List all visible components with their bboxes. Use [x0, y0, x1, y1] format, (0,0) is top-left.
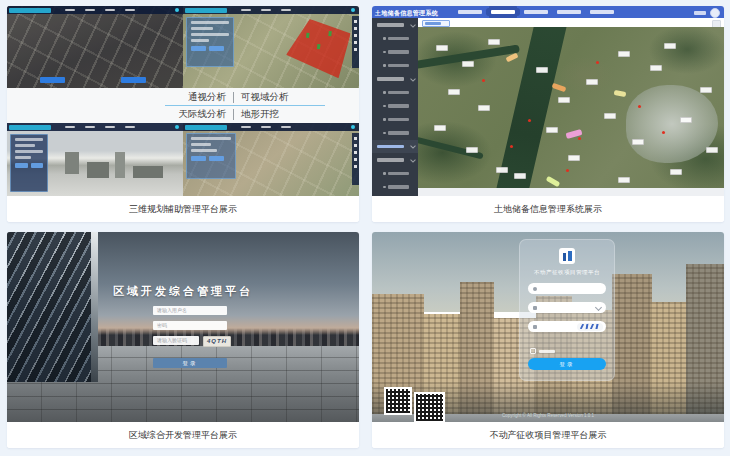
user-icon — [533, 287, 537, 291]
qr-code — [384, 387, 412, 415]
sidebar-item[interactable] — [372, 113, 418, 127]
quad-title-chip — [9, 8, 51, 13]
building-silhouette — [133, 166, 163, 178]
sidebar-item[interactable] — [372, 153, 418, 167]
menu-dash — [241, 126, 251, 128]
map-label-chip — [558, 97, 570, 103]
menu-dash — [65, 126, 75, 128]
map-label-chip — [462, 61, 474, 67]
sidebar-item[interactable] — [372, 18, 418, 32]
sidebar-item[interactable] — [372, 32, 418, 46]
nav-item[interactable] — [458, 10, 482, 14]
panel-button[interactable] — [191, 156, 206, 161]
building-silhouette — [87, 162, 109, 178]
map-label-chip — [448, 89, 460, 95]
excavation-panel[interactable] — [186, 133, 236, 179]
avatar[interactable] — [710, 8, 720, 18]
sidebar-item[interactable] — [372, 126, 418, 140]
chevron-down-icon — [595, 304, 602, 311]
analysis-button[interactable] — [121, 77, 146, 83]
header-user-text — [694, 11, 706, 15]
header-dot-icon — [175, 125, 179, 129]
layer-tag[interactable] — [422, 20, 450, 27]
map-label-chip — [618, 177, 630, 183]
captcha-image[interactable]: 4QTH — [203, 336, 231, 347]
sidebar-item[interactable] — [372, 72, 418, 86]
quad-title-chip — [9, 125, 51, 130]
app-header: 土地储备信息管理系统 — [372, 6, 724, 18]
panel-button[interactable] — [31, 163, 44, 168]
analysis-panel[interactable] — [186, 17, 234, 67]
menu-dash — [241, 9, 251, 11]
copyright-text: Copyright © All Rights Reserved Version … — [372, 413, 724, 418]
parcel-highlight — [614, 90, 627, 97]
map-label-chip — [496, 167, 508, 173]
caption-3d-planning: 三维规划辅助管理平台展示 — [7, 196, 359, 222]
header-dot-icon — [175, 8, 179, 12]
map-label-chip — [488, 39, 500, 45]
login-panel: 不动产征收项目管理平台 登录 — [519, 239, 615, 381]
sidebar-item[interactable] — [372, 59, 418, 73]
panel-row — [15, 156, 31, 159]
nav-item[interactable] — [590, 10, 614, 14]
nav-item[interactable] — [557, 10, 581, 14]
satellite-map[interactable] — [418, 27, 724, 188]
quad-title-chip — [185, 125, 227, 130]
login-title: 不动产征收项目管理平台 — [519, 269, 615, 276]
menu-dash — [65, 9, 75, 11]
captcha-input[interactable]: 请输入验证码 — [153, 336, 199, 345]
login-button[interactable]: 登录 — [528, 358, 606, 370]
panel-button[interactable] — [209, 156, 224, 161]
analysis-button[interactable] — [40, 77, 65, 83]
map-toolbar[interactable] — [352, 133, 359, 185]
map-point-marker — [528, 119, 531, 122]
panel-button[interactable] — [15, 163, 28, 168]
map-label-chip — [478, 105, 490, 111]
quad-sight-analysis — [7, 6, 183, 88]
quad-viewshed-analysis — [183, 6, 359, 88]
sidebar-item[interactable] — [372, 167, 418, 181]
map-label-chip — [650, 65, 662, 71]
panel-button[interactable] — [209, 46, 224, 51]
panel-row — [191, 137, 231, 140]
map-label-chip — [604, 113, 616, 119]
panel-row — [191, 143, 211, 146]
map-label-chip — [586, 79, 598, 85]
remember-checkbox[interactable] — [530, 348, 555, 354]
panel-row — [191, 39, 209, 42]
captcha-image[interactable] — [577, 323, 603, 331]
sidebar-item[interactable] — [372, 99, 418, 113]
card-land-reserve: 土地储备信息管理系统 土地储备信息管理系统展示 — [372, 6, 724, 222]
shield-icon — [533, 325, 537, 329]
quad-title-chip — [185, 8, 227, 13]
username-input[interactable] — [528, 283, 606, 294]
sidebar-item[interactable] — [372, 180, 418, 194]
org-select[interactable] — [528, 302, 606, 313]
login-button[interactable]: 登录 — [153, 358, 227, 368]
map-label-chip — [706, 147, 718, 153]
map-label-chip — [632, 139, 644, 145]
map-point-marker — [566, 169, 569, 172]
nav-item[interactable] — [524, 10, 548, 14]
map-point-marker — [510, 145, 513, 148]
menu-dash — [125, 9, 135, 11]
sidebar-item-active[interactable] — [372, 140, 418, 154]
sidebar — [372, 18, 418, 196]
panel-button[interactable] — [191, 46, 206, 51]
map-status-strip — [418, 188, 724, 196]
sidebar-item[interactable] — [372, 86, 418, 100]
nav-item-active[interactable] — [491, 10, 515, 14]
map-toolbar[interactable] — [352, 16, 359, 68]
password-input[interactable]: 密码 — [153, 321, 227, 330]
planning-screenshot: 通视分析 可视域分析 天际线分析 地形开挖 — [7, 6, 359, 196]
skyline-panel[interactable] — [10, 134, 48, 192]
map-label-chip — [700, 87, 712, 93]
visible-marker — [317, 44, 321, 49]
map-point-marker — [596, 61, 599, 64]
username-input[interactable]: 请输入用户名 — [153, 306, 227, 315]
captcha-input[interactable] — [528, 321, 606, 332]
menu-dash — [105, 126, 115, 128]
quad-header — [7, 6, 183, 14]
map-label-chip — [546, 127, 558, 133]
sidebar-item[interactable] — [372, 45, 418, 59]
